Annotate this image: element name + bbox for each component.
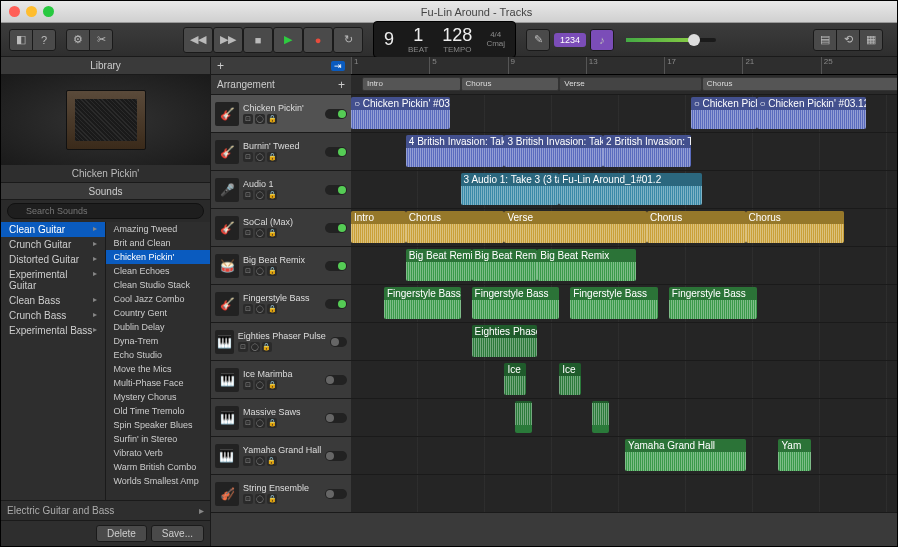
preset-item[interactable]: Country Gent [106, 306, 211, 320]
notepad-icon[interactable]: ▤ [813, 29, 837, 51]
mute-button[interactable]: ⊡ [238, 342, 248, 352]
lock-icon[interactable]: 🔒 [267, 266, 277, 276]
mute-button[interactable]: ⊡ [243, 494, 253, 504]
mute-button[interactable]: ⊡ [243, 380, 253, 390]
region[interactable]: Big Beat Remix [537, 249, 636, 281]
region[interactable]: Intro [351, 211, 406, 243]
region[interactable]: Chorus [647, 211, 746, 243]
track-enable-toggle[interactable] [325, 147, 347, 157]
solo-button[interactable]: ◯ [255, 304, 265, 314]
solo-button[interactable]: ◯ [255, 494, 265, 504]
solo-button[interactable]: ◯ [255, 190, 265, 200]
region[interactable]: Ice [504, 363, 526, 395]
track-enable-toggle[interactable] [325, 489, 347, 499]
lock-icon[interactable]: 🔒 [267, 456, 277, 466]
preset-item[interactable]: Old Time Tremolo [106, 404, 211, 418]
track-header[interactable]: 🥁 Big Beat Remix ⊡◯🔒 [211, 247, 351, 284]
tuner-button[interactable]: 1234 [554, 33, 586, 47]
region[interactable]: Fingerstyle Bass [472, 287, 560, 319]
track-enable-toggle[interactable] [325, 375, 347, 385]
preset-item[interactable]: Worlds Smallest Amp [106, 474, 211, 488]
track-enable-toggle[interactable] [325, 223, 347, 233]
track-header[interactable]: 🎹 Ice Marimba ⊡◯🔒 [211, 361, 351, 398]
solo-button[interactable]: ◯ [255, 456, 265, 466]
region[interactable]: Fu-Lin Around_1#01.2 [559, 173, 701, 205]
region[interactable]: Chorus [746, 211, 845, 243]
track-enable-toggle[interactable] [325, 261, 347, 271]
preset-item[interactable]: Vibrato Verb [106, 446, 211, 460]
category-item[interactable]: Distorted Guitar▸ [1, 252, 105, 267]
scissors-icon[interactable]: ✂ [89, 29, 113, 51]
preset-item[interactable]: Warm British Combo [106, 460, 211, 474]
track-enable-toggle[interactable] [325, 185, 347, 195]
track-lane[interactable]: IntroChorusVerseChorusChorus [351, 209, 897, 246]
preset-item[interactable]: Multi-Phase Face [106, 376, 211, 390]
track-lane[interactable]: Eighties Phaser Pul [351, 323, 897, 360]
lock-icon[interactable]: 🔒 [267, 190, 277, 200]
zoom-button[interactable] [43, 6, 54, 17]
preset-item[interactable]: Dublin Delay [106, 320, 211, 334]
mute-button[interactable]: ⊡ [243, 304, 253, 314]
preset-item[interactable]: Brit and Clean [106, 236, 211, 250]
region[interactable]: Big Beat Remix [406, 249, 472, 281]
track-lane[interactable]: Yamaha Grand HallYam [351, 437, 897, 474]
mute-button[interactable]: ⊡ [243, 152, 253, 162]
region[interactable]: Fingerstyle Bass [570, 287, 658, 319]
track-lane[interactable] [351, 399, 897, 436]
record-button[interactable]: ● [303, 27, 333, 53]
arrangement-marker[interactable]: Intro [362, 77, 461, 91]
region[interactable]: Yam [778, 439, 811, 471]
track-lane[interactable]: 3 Audio 1: Take 3 (3 takes)Fu-Lin Around… [351, 171, 897, 208]
track-lane[interactable]: 4 British Invasion: Take 4 (4 takes)3 Br… [351, 133, 897, 170]
search-input[interactable] [7, 203, 204, 219]
preset-item[interactable]: Clean Echoes [106, 264, 211, 278]
track-enable-toggle[interactable] [325, 109, 347, 119]
preset-item[interactable]: Surfin' in Stereo [106, 432, 211, 446]
help-button[interactable]: ? [32, 29, 56, 51]
track-header[interactable]: 🎸 Chicken Pickin' ⊡◯🔒 [211, 95, 351, 132]
master-volume[interactable] [626, 38, 716, 42]
track-header[interactable]: 🎸 Fingerstyle Bass ⊡◯🔒 [211, 285, 351, 322]
region[interactable]: Chorus [406, 211, 505, 243]
region[interactable]: 2 British Invasion: Take 2 (4 takes) [603, 135, 691, 167]
library-toggle[interactable]: ◧ [9, 29, 33, 51]
solo-button[interactable]: ◯ [255, 266, 265, 276]
solo-button[interactable]: ◯ [255, 114, 265, 124]
track-enable-toggle[interactable] [325, 451, 347, 461]
preset-item[interactable]: Amazing Tweed [106, 222, 211, 236]
track-lane[interactable] [351, 475, 897, 512]
close-button[interactable] [9, 6, 20, 17]
track-header[interactable]: 🎸 Burnin' Tweed ⊡◯🔒 [211, 133, 351, 170]
region[interactable]: Yamaha Grand Hall [625, 439, 746, 471]
arrangement-marker[interactable]: Chorus [461, 77, 560, 91]
mute-button[interactable]: ⊡ [243, 228, 253, 238]
lock-icon[interactable]: 🔒 [267, 114, 277, 124]
preset-item[interactable]: Mystery Chorus [106, 390, 211, 404]
ruler[interactable]: 15913172125 [351, 57, 897, 75]
region[interactable]: Fingerstyle Bass [384, 287, 461, 319]
breadcrumb[interactable]: Electric Guitar and Bass [7, 505, 114, 516]
play-button[interactable]: ▶ [273, 27, 303, 53]
region[interactable]: ○ Chicken Pickin' #03.3 [351, 97, 450, 129]
solo-button[interactable]: ◯ [255, 152, 265, 162]
cycle-button[interactable]: ↻ [333, 27, 363, 53]
stop-button[interactable]: ■ [243, 27, 273, 53]
settings-icon[interactable]: ⚙ [66, 29, 90, 51]
solo-button[interactable]: ◯ [250, 342, 260, 352]
preset-item[interactable]: Clean Studio Stack [106, 278, 211, 292]
lock-icon[interactable]: 🔒 [267, 228, 277, 238]
save-button[interactable]: Save... [151, 525, 204, 542]
minimize-button[interactable] [26, 6, 37, 17]
lock-icon[interactable]: 🔒 [262, 342, 272, 352]
pencil-icon[interactable]: ✎ [526, 29, 550, 51]
mute-button[interactable]: ⊡ [243, 418, 253, 428]
category-item[interactable]: Clean Guitar▸ [1, 222, 105, 237]
solo-button[interactable]: ◯ [255, 228, 265, 238]
region[interactable] [515, 401, 531, 433]
region[interactable]: Eighties Phaser Pul [472, 325, 538, 357]
region[interactable]: 3 British Invasion: Take 3 (4 takes) [504, 135, 603, 167]
category-item[interactable]: Experimental Guitar▸ [1, 267, 105, 293]
arrangement-lane[interactable]: IntroChorusVerseChorus [351, 75, 897, 94]
preset-item[interactable]: Cool Jazz Combo [106, 292, 211, 306]
category-item[interactable]: Clean Bass▸ [1, 293, 105, 308]
